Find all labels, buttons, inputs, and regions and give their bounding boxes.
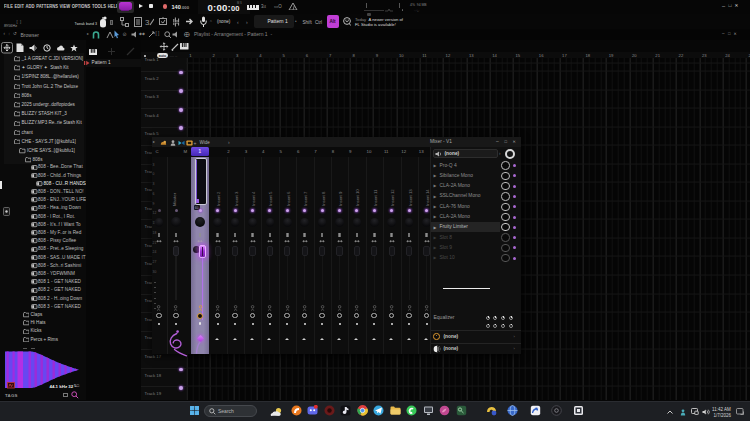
svg-text:3: 3 — [145, 18, 150, 27]
